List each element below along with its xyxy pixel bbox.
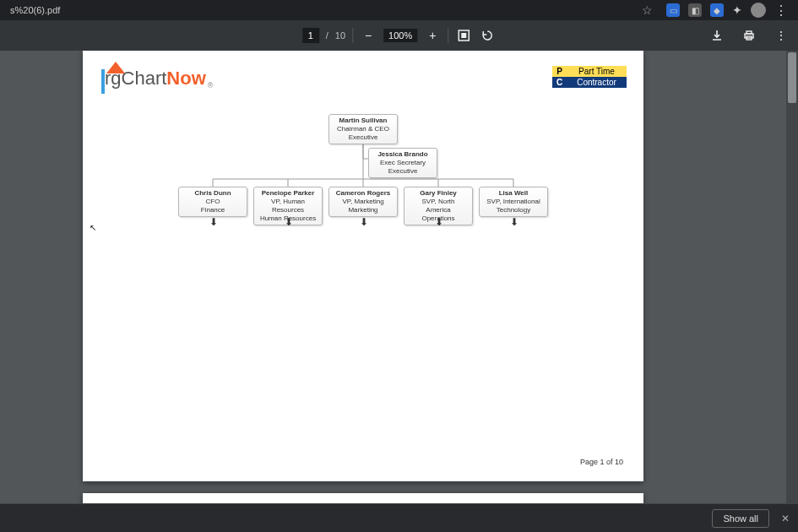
org-box-lisa: Lisa Well SVP, International Technology xyxy=(479,187,548,217)
org-dept: Technology xyxy=(485,206,542,214)
pdf-viewport[interactable]: rgChart Now ® P Part Time C Contractor xyxy=(0,51,798,503)
mouse-cursor-icon: ↖ xyxy=(90,223,96,232)
pdf-menu-icon[interactable]: ⋮ xyxy=(773,27,790,44)
toolbar-divider xyxy=(448,28,448,43)
org-box-cameron: Cameron Rogers VP, Marketing Marketing xyxy=(328,187,398,217)
pdf-page-1: rgChart Now ® P Part Time C Contractor xyxy=(83,51,643,481)
org-title: SVP, International xyxy=(485,198,542,206)
extension-icon-2[interactable]: ◧ xyxy=(688,3,702,17)
zoom-out-button[interactable]: − xyxy=(360,27,377,44)
org-box-chris: Chris Dunn CFO Finance xyxy=(178,187,247,217)
extensions-puzzle-icon[interactable]: ✦ xyxy=(732,3,742,17)
page-total: 10 xyxy=(335,30,345,41)
downloads-bar: Show all ✕ xyxy=(0,503,798,532)
vertical-scrollbar[interactable] xyxy=(786,51,798,503)
profile-avatar-icon[interactable] xyxy=(751,3,766,18)
tab-title[interactable]: s%20(6).pdf xyxy=(7,5,60,15)
fit-page-icon[interactable] xyxy=(455,27,472,44)
page-separator: / xyxy=(326,30,328,41)
org-title: SVP, North America xyxy=(410,198,467,214)
org-title: Chairman & CEO xyxy=(334,125,392,133)
extension-icon-3[interactable]: ◆ xyxy=(710,3,724,17)
extension-icon-1[interactable]: ▭ xyxy=(666,3,680,17)
zoom-level-display[interactable]: 100% xyxy=(383,29,417,42)
svg-rect-3 xyxy=(746,31,752,34)
print-icon[interactable] xyxy=(741,27,757,44)
toolbar-center-group: / 10 − 100% + xyxy=(302,27,496,44)
org-name: Lisa Well xyxy=(485,189,542,198)
expand-arrow-icon: ⬇ xyxy=(435,216,443,228)
org-dept: Executive xyxy=(374,167,432,176)
zoom-in-button[interactable]: + xyxy=(424,27,441,44)
page-footer-label: Page 1 of 10 xyxy=(580,458,623,466)
org-name: Chris Dunn xyxy=(184,189,242,198)
org-title: VP, Marketing xyxy=(334,198,392,206)
org-box-ceo: Martin Sullivan Chairman & CEO Executive xyxy=(328,114,398,144)
expand-arrow-icon: ⬇ xyxy=(209,216,218,228)
expand-arrow-icon: ⬇ xyxy=(285,216,293,228)
org-name: Jessica Brando xyxy=(374,150,432,159)
bookmark-star-icon[interactable]: ☆ xyxy=(642,3,653,17)
download-icon[interactable] xyxy=(708,27,725,44)
page-number-input[interactable] xyxy=(302,28,319,43)
org-title: VP, Human Resources xyxy=(259,198,317,214)
browser-actions: ☆ ▭ ◧ ◆ ✦ ⋮ xyxy=(642,3,791,19)
org-name: Cameron Rogers xyxy=(334,189,392,198)
org-name: Martin Sullivan xyxy=(334,117,392,125)
org-dept: Finance xyxy=(184,206,242,214)
org-dept: Executive xyxy=(334,133,392,142)
toolbar-right-group: ⋮ xyxy=(708,27,790,44)
org-title: CFO xyxy=(184,198,242,206)
toolbar-divider xyxy=(352,28,353,43)
org-name: Gary Finley xyxy=(410,189,467,198)
org-name: Penelope Parker xyxy=(259,189,317,198)
close-downloads-bar-icon[interactable]: ✕ xyxy=(778,509,793,528)
pdf-page-2-peek xyxy=(83,493,643,503)
rotate-icon[interactable] xyxy=(479,27,496,44)
svg-rect-1 xyxy=(461,33,466,38)
expand-arrow-icon: ⬇ xyxy=(360,216,368,228)
org-box-secretary: Jessica Brando Exec Secretary Executive xyxy=(368,148,437,178)
browser-menu-icon[interactable]: ⋮ xyxy=(774,3,788,19)
org-title: Exec Secretary xyxy=(374,159,432,167)
pdf-toolbar: / 10 − 100% + ⋮ xyxy=(0,20,798,51)
scrollbar-thumb[interactable] xyxy=(788,52,796,103)
expand-arrow-icon: ⬇ xyxy=(510,216,518,228)
browser-tab-bar: s%20(6).pdf ☆ ▭ ◧ ◆ ✦ ⋮ xyxy=(0,0,798,20)
show-all-downloads-button[interactable]: Show all xyxy=(712,509,769,528)
org-dept: Marketing xyxy=(334,206,392,214)
